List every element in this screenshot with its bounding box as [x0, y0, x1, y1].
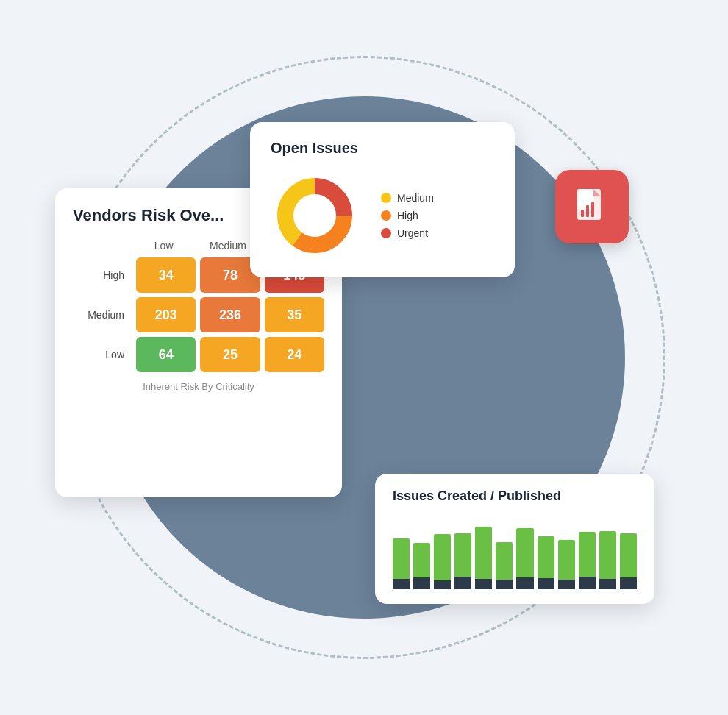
icon-card — [555, 170, 629, 243]
bar-green — [579, 532, 596, 577]
bar-green — [599, 531, 616, 579]
bar-green — [516, 528, 533, 577]
bar-dark — [454, 577, 471, 589]
bar-stack — [599, 516, 616, 589]
open-issues-title: Open Issues — [271, 140, 494, 157]
cell-medium-medium: 236 — [200, 297, 260, 332]
legend-high-label: High — [397, 210, 418, 221]
bar-group — [620, 516, 637, 589]
row-label-high: High — [73, 269, 132, 281]
bar-group — [413, 516, 430, 589]
bar-dark — [434, 580, 451, 589]
bar-dark — [475, 579, 492, 589]
cell-low-low: 64 — [136, 337, 196, 372]
bar-stack — [579, 516, 596, 589]
svg-rect-8 — [591, 202, 594, 217]
bar-group — [475, 516, 492, 589]
donut-chart — [271, 171, 359, 260]
bar-chart — [393, 516, 637, 589]
bar-green — [454, 533, 471, 577]
urgent-dot — [381, 228, 391, 238]
legend-medium-label: Medium — [397, 192, 434, 204]
cell-high-low: 34 — [136, 257, 196, 293]
bar-dark — [558, 580, 575, 589]
legend-urgent-label: Urgent — [397, 227, 428, 239]
bar-group — [538, 516, 554, 589]
bar-stack — [413, 516, 430, 589]
header-empty — [73, 240, 132, 252]
bar-group — [599, 516, 616, 589]
cell-medium-high: 35 — [265, 297, 324, 332]
issues-published-title: Issues Created / Published — [393, 488, 637, 504]
high-dot — [381, 210, 391, 221]
chart-document-icon — [571, 186, 613, 227]
bar-group — [579, 516, 596, 589]
bar-stack — [538, 516, 554, 589]
bar-group — [558, 516, 575, 589]
legend-urgent: Urgent — [381, 227, 434, 239]
bar-stack — [558, 516, 575, 589]
risk-table-footer: Inherent Risk By Criticality — [73, 381, 324, 392]
main-scene: Vendors Risk Ove... Low Medium High High… — [33, 26, 695, 689]
cell-medium-low: 203 — [136, 297, 196, 332]
bar-green — [475, 527, 492, 579]
bar-dark — [538, 578, 554, 589]
bar-dark — [620, 577, 637, 589]
bar-dark — [413, 577, 430, 589]
row-label-low: Low — [73, 349, 132, 360]
bar-dark — [516, 577, 533, 589]
bar-stack — [454, 516, 471, 589]
bar-group — [496, 516, 513, 589]
bar-green — [496, 542, 513, 580]
svg-rect-7 — [586, 205, 589, 217]
bar-dark — [579, 577, 596, 589]
open-issues-content: Medium High Urgent — [271, 171, 494, 260]
cell-low-medium: 25 — [200, 337, 260, 372]
header-low: Low — [132, 240, 196, 252]
bar-green — [558, 540, 575, 580]
bar-dark — [393, 579, 410, 589]
bar-stack — [434, 516, 451, 589]
chart-legend: Medium High Urgent — [381, 192, 434, 239]
row-label-medium: Medium — [73, 309, 132, 321]
bar-stack — [620, 516, 637, 589]
svg-point-3 — [294, 195, 335, 236]
bar-green — [538, 536, 554, 578]
cell-low-high: 24 — [265, 337, 324, 372]
table-row: Low 64 25 24 — [73, 337, 324, 372]
table-row: Medium 203 236 35 — [73, 297, 324, 332]
bar-group — [434, 516, 451, 589]
bar-stack — [516, 516, 533, 589]
bar-green — [434, 534, 451, 580]
issues-published-card: Issues Created / Published — [375, 474, 654, 604]
bar-group — [454, 516, 471, 589]
legend-high: High — [381, 210, 434, 221]
bar-green — [393, 538, 410, 579]
bar-stack — [393, 516, 410, 589]
open-issues-card: Open Issues Medium — [250, 122, 515, 277]
legend-medium: Medium — [381, 192, 434, 204]
bar-stack — [496, 516, 513, 589]
svg-rect-5 — [577, 189, 593, 210]
bar-group — [516, 516, 533, 589]
bar-dark — [496, 580, 513, 589]
bar-green — [620, 533, 637, 577]
bar-dark — [599, 579, 616, 589]
bar-group — [393, 516, 410, 589]
bar-stack — [475, 516, 492, 589]
medium-dot — [381, 193, 391, 203]
bar-green — [413, 543, 430, 577]
svg-rect-6 — [581, 210, 584, 217]
